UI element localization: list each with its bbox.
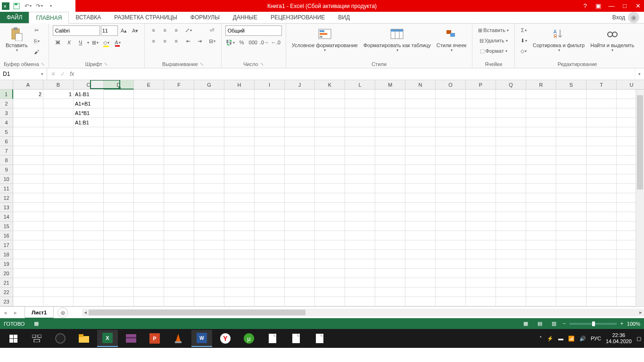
cell[interactable] [134,259,164,269]
cell[interactable] [164,250,194,259]
column-header[interactable]: N [405,80,436,90]
cell[interactable] [255,146,285,156]
delete-cells-button[interactable]: ⊟ Удалить▾ [476,36,511,45]
italic-button[interactable]: К [64,38,74,47]
cell[interactable] [345,156,375,165]
cell[interactable] [345,288,375,297]
cell[interactable] [194,269,224,278]
cell[interactable] [194,193,224,203]
cell[interactable] [315,108,345,118]
cell[interactable] [556,222,586,231]
cell[interactable] [164,212,194,222]
cell[interactable] [526,203,556,212]
cell[interactable] [315,212,345,222]
cell[interactable] [466,297,496,306]
cell[interactable] [104,127,134,137]
cell[interactable] [224,108,255,118]
align-bottom-button[interactable]: ≡ [171,25,182,35]
cell[interactable] [13,203,43,212]
cell[interactable] [405,278,436,288]
cell[interactable] [224,146,255,156]
cell[interactable] [436,156,466,165]
taskbar-word[interactable]: W [191,330,212,347]
row-header[interactable]: 18 [0,250,13,259]
cell[interactable] [255,250,285,259]
cell[interactable] [496,156,526,165]
cell[interactable] [405,99,436,108]
cell[interactable] [224,156,255,165]
cell[interactable] [315,203,345,212]
cell[interactable] [526,240,556,250]
cell[interactable] [405,174,436,184]
cell[interactable] [466,259,496,269]
cell[interactable] [496,259,526,269]
cell[interactable] [345,90,375,99]
cell[interactable] [104,222,134,231]
tray-wifi-icon[interactable]: 📶 [568,336,575,342]
name-box-dropdown[interactable]: ▾ [38,72,46,76]
sort-filter-button[interactable]: АЯ Сортировка и фильтр▾ [531,25,586,60]
cell[interactable] [345,193,375,203]
font-size-select[interactable] [101,25,118,36]
cell[interactable] [436,90,466,99]
cell[interactable] [194,297,224,306]
cell[interactable] [134,127,164,137]
cell[interactable]: A1+B1 [74,99,104,108]
format-painter-button[interactable]: 🖌 [32,47,42,57]
row-header[interactable]: 23 [0,297,13,306]
cell[interactable] [224,259,255,269]
cell[interactable] [194,118,224,127]
cell[interactable] [134,231,164,240]
cell[interactable] [164,127,194,137]
cell[interactable] [315,278,345,288]
cell[interactable] [466,288,496,297]
cell[interactable] [405,288,436,297]
cell[interactable] [375,137,405,146]
cell[interactable] [285,269,315,278]
cell[interactable] [74,240,104,250]
row-header[interactable]: 8 [0,156,13,165]
cell[interactable] [255,222,285,231]
wrap-text-button[interactable]: ⏎ [207,25,217,35]
cell[interactable] [104,240,134,250]
cell[interactable] [496,203,526,212]
cell[interactable] [496,231,526,240]
cell[interactable] [164,278,194,288]
cell[interactable] [375,212,405,222]
cell[interactable] [526,174,556,184]
cell[interactable] [405,108,436,118]
qat-customize[interactable]: ▾ [46,2,55,10]
cell[interactable] [375,108,405,118]
autosum-button[interactable]: Σ▾ [519,25,529,35]
font-dialog-launcher[interactable]: ⤡ [104,62,108,66]
cell[interactable] [586,297,617,306]
view-page-break-button[interactable]: ▥ [549,320,559,328]
decrease-indent-button[interactable]: ⇤ [183,36,194,46]
cell[interactable] [224,203,255,212]
cell[interactable] [375,99,405,108]
cell[interactable] [285,184,315,193]
cell[interactable] [164,108,194,118]
cell[interactable] [134,90,164,99]
row-header[interactable]: 22 [0,288,13,297]
decrease-font-button[interactable]: A▾ [130,26,140,35]
tab-insert[interactable]: ВСТАВКА [69,12,107,23]
cell[interactable] [466,108,496,118]
cell[interactable] [375,193,405,203]
row-header[interactable]: 2 [0,99,13,108]
cell[interactable] [13,193,43,203]
cell[interactable] [43,99,74,108]
cell[interactable] [255,203,285,212]
cell[interactable] [194,240,224,250]
cell[interactable] [315,269,345,278]
cell[interactable] [104,118,134,127]
tab-home[interactable]: ГЛАВНАЯ [29,12,69,24]
cell[interactable] [74,259,104,269]
cell[interactable] [526,118,556,127]
cell[interactable] [13,269,43,278]
column-header[interactable]: C [74,80,104,90]
cell[interactable] [164,193,194,203]
column-header[interactable]: T [586,80,617,90]
tray-clock[interactable]: 22:36 14.04.2020 [606,332,632,345]
cell[interactable] [436,174,466,184]
